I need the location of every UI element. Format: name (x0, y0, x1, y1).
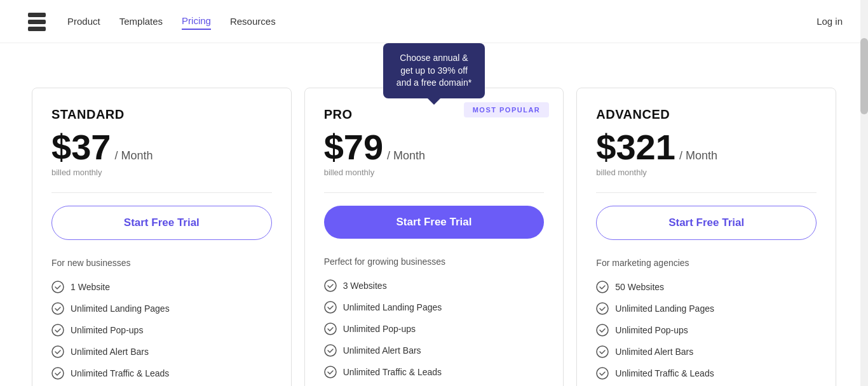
most-popular-badge: MOST POPULAR (464, 102, 550, 117)
feature-item: Unlimited Pop-ups (324, 323, 545, 335)
check-icon (324, 323, 337, 335)
pricing-card-advanced: ADVANCED $321 / Month billed monthly Sta… (576, 88, 836, 386)
feature-text: Unlimited Pop-ups (71, 325, 143, 335)
cta-button-pro[interactable]: Start Free Trial (324, 206, 545, 239)
plan-description-standard: For new businesses (51, 258, 272, 268)
billed-note-standard: billed monthly (51, 168, 272, 177)
check-icon (596, 281, 609, 293)
feature-text: 50 Websites (615, 282, 664, 292)
price-amount-pro: $79 (324, 130, 383, 165)
svg-point-12 (325, 366, 336, 378)
cta-button-standard[interactable]: Start Free Trial (51, 206, 272, 240)
feature-item: Unlimited Alert Bars (51, 345, 272, 358)
tooltip-text: Choose annual & get up to 39% off and a … (397, 53, 471, 88)
feature-list-standard: 1 Website Unlimited Landing Pages Unlimi… (51, 281, 272, 380)
svg-point-3 (52, 281, 64, 293)
feature-text: Unlimited Landing Pages (615, 303, 714, 314)
feature-text: Unlimited Pop-ups (343, 324, 416, 334)
feature-item: Unlimited Alert Bars (324, 344, 545, 357)
feature-item: 1 Website (51, 281, 272, 293)
svg-point-13 (597, 281, 608, 293)
price-period-standard: / Month (114, 149, 153, 163)
feature-text: Unlimited Traffic & Leads (343, 367, 442, 377)
feature-list-pro: 3 Websites Unlimited Landing Pages Unlim… (324, 279, 545, 378)
nav-links: Product Templates Pricing Resources (67, 13, 276, 30)
svg-point-8 (325, 280, 336, 291)
billed-note-advanced: billed monthly (596, 168, 817, 177)
price-amount-advanced: $321 (596, 130, 675, 165)
price-row-pro: $79 / Month (324, 130, 545, 165)
check-icon (596, 367, 609, 380)
svg-point-16 (597, 346, 608, 357)
plan-description-advanced: For marketing agencies (596, 258, 817, 268)
price-period-advanced: / Month (679, 149, 717, 163)
price-row-advanced: $321 / Month (596, 130, 817, 165)
divider-pro (324, 192, 545, 193)
login-link[interactable]: Log in (817, 16, 843, 27)
check-icon (51, 302, 64, 315)
divider-standard (51, 192, 272, 193)
check-icon (324, 279, 337, 292)
check-icon (51, 345, 64, 358)
price-period-pro: / Month (387, 149, 425, 163)
feature-text: Unlimited Pop-ups (615, 325, 688, 335)
check-icon (324, 301, 337, 314)
cta-button-advanced[interactable]: Start Free Trial (596, 206, 817, 240)
check-icon (51, 367, 64, 380)
feature-text: 1 Website (71, 282, 110, 292)
tooltip-container: Choose annual & get up to 39% off and a … (383, 43, 485, 98)
check-icon (596, 324, 609, 336)
billed-note-pro: billed monthly (324, 168, 545, 177)
check-icon (51, 281, 64, 293)
feature-list-advanced: 50 Websites Unlimited Landing Pages Unli… (596, 281, 817, 380)
feature-text: Unlimited Alert Bars (343, 345, 421, 356)
price-amount-standard: $37 (51, 130, 111, 165)
svg-point-10 (325, 323, 336, 335)
feature-item: Unlimited Landing Pages (51, 302, 272, 315)
feature-text: Unlimited Landing Pages (71, 303, 170, 314)
feature-item: Unlimited Landing Pages (324, 301, 545, 314)
feature-item: Unlimited Alert Bars (596, 345, 817, 358)
main-content: Choose annual & get up to 39% off and a … (0, 43, 868, 386)
feature-text: Unlimited Landing Pages (343, 302, 442, 312)
nav-right: Log in (817, 16, 843, 27)
check-icon (324, 344, 337, 357)
svg-rect-2 (28, 27, 46, 31)
tooltip-bubble: Choose annual & get up to 39% off and a … (383, 43, 485, 98)
feature-item: 3 Websites (324, 279, 545, 292)
svg-point-11 (325, 345, 336, 356)
nav-item-resources[interactable]: Resources (230, 13, 276, 29)
nav-item-templates[interactable]: Templates (119, 13, 163, 29)
feature-item: Unlimited Traffic & Leads (324, 366, 545, 378)
check-icon (51, 324, 64, 336)
svg-point-9 (325, 302, 336, 313)
pricing-card-pro: MOST POPULAR PRO $79 / Month billed mont… (304, 88, 564, 386)
feature-item: Unlimited Traffic & Leads (596, 367, 817, 380)
check-icon (596, 345, 609, 358)
feature-item: Unlimited Traffic & Leads (51, 367, 272, 380)
svg-point-15 (597, 324, 608, 336)
plan-description-pro: Perfect for growing businesses (324, 256, 545, 267)
divider-advanced (596, 192, 817, 193)
feature-text: 3 Websites (343, 281, 387, 291)
nav-item-product[interactable]: Product (67, 13, 100, 29)
svg-point-4 (52, 303, 64, 314)
svg-point-6 (52, 346, 64, 357)
feature-item: Unlimited Pop-ups (51, 324, 272, 336)
pricing-card-standard: STANDARD $37 / Month billed monthly Star… (32, 88, 292, 386)
logo[interactable] (25, 10, 48, 33)
check-icon (324, 366, 337, 378)
pricing-grid: STANDARD $37 / Month billed monthly Star… (32, 88, 836, 386)
feature-item: 50 Websites (596, 281, 817, 293)
plan-name-standard: STANDARD (51, 107, 272, 122)
nav-item-pricing[interactable]: Pricing (182, 13, 211, 30)
navbar: Product Templates Pricing Resources Log … (0, 0, 868, 43)
feature-text: Unlimited Alert Bars (615, 347, 693, 357)
feature-text: Unlimited Traffic & Leads (71, 368, 169, 378)
svg-point-17 (597, 368, 608, 379)
feature-item: Unlimited Landing Pages (596, 302, 817, 315)
plan-name-advanced: ADVANCED (596, 107, 817, 122)
feature-item: Unlimited Pop-ups (596, 324, 817, 336)
svg-rect-1 (28, 20, 46, 24)
feature-text: Unlimited Alert Bars (71, 347, 149, 357)
